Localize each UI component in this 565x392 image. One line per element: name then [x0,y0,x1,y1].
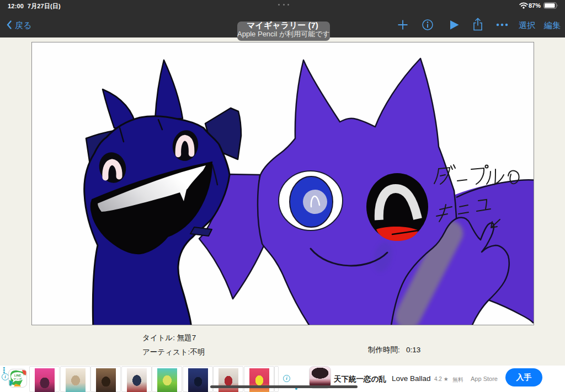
svg-text:マンガ: マンガ [13,377,22,380]
